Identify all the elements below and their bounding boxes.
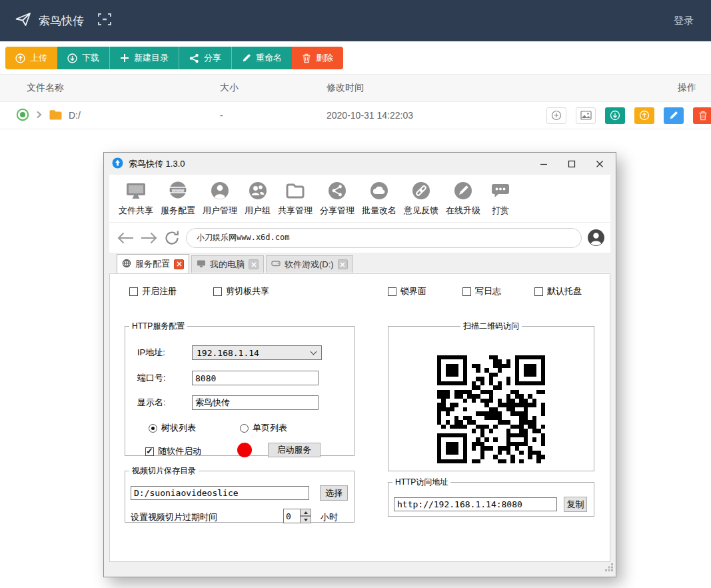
back-icon[interactable]	[116, 229, 135, 247]
chevron-down-icon	[311, 349, 317, 355]
tab-service-config[interactable]: 服务配置	[117, 254, 189, 273]
maximize-button[interactable]	[568, 160, 576, 168]
radio-single-list[interactable]: 单页列表	[240, 422, 287, 434]
folder-icon	[49, 109, 63, 123]
menu-donate[interactable]: 打赏	[488, 179, 513, 217]
ip-select[interactable]: 192.168.1.14	[192, 345, 322, 360]
log-checkbox[interactable]	[462, 287, 471, 296]
spinner-up-icon[interactable]	[301, 509, 311, 516]
menu-file-share[interactable]: 文件共享	[119, 179, 153, 217]
option-write-log[interactable]: 写日志	[462, 285, 501, 297]
preview-image-button[interactable]	[576, 107, 596, 124]
port-input[interactable]	[192, 371, 319, 385]
file-modified: 2020-10-31 14:22:03	[327, 110, 546, 121]
col-actions: 操作	[546, 82, 711, 94]
upload-action-button[interactable]	[634, 107, 654, 124]
tab-software-games-d[interactable]: 软件游戏(D:)	[266, 255, 353, 273]
expire-unit-label: 小时	[321, 511, 338, 523]
single-list-radio[interactable]	[240, 424, 249, 433]
close-button[interactable]	[596, 160, 604, 168]
col-modified: 修改时间	[327, 82, 546, 94]
option-default-tray[interactable]: 默认托盘	[534, 285, 582, 297]
start-service-button[interactable]: 启动服务	[268, 443, 321, 457]
expire-spinner	[283, 509, 311, 523]
http-config-legend: HTTP服务配置	[129, 321, 187, 332]
http-address-group: HTTP访问地址 复制	[388, 477, 594, 517]
monitor-icon	[123, 179, 149, 203]
menu-user-group[interactable]: 用户组	[245, 179, 271, 217]
share-button[interactable]: 分享	[179, 47, 231, 69]
delete-action-button[interactable]	[693, 107, 711, 124]
http-address-input[interactable]	[394, 497, 557, 511]
option-lock-ui[interactable]: 锁界面	[388, 285, 426, 297]
row-radio[interactable]	[16, 108, 29, 123]
rename-button[interactable]: 重命名	[231, 47, 292, 69]
menu-user-management[interactable]: 用户管理	[203, 179, 237, 217]
register-checkbox[interactable]	[129, 287, 138, 296]
row-actions	[546, 107, 711, 124]
scan-qr-icon[interactable]	[96, 11, 113, 30]
spinner-down-icon[interactable]	[301, 516, 311, 523]
add-action-button[interactable]	[546, 107, 566, 124]
menu-share-management[interactable]: 共享管理	[278, 179, 313, 217]
expire-value-input[interactable]	[283, 509, 301, 523]
refresh-icon[interactable]	[163, 229, 181, 247]
link-circle-icon	[408, 179, 434, 203]
clipboard-checkbox[interactable]	[213, 287, 222, 296]
tray-checkbox[interactable]	[534, 287, 543, 296]
globe-tab-icon	[122, 259, 131, 270]
rename-action-button[interactable]	[664, 107, 684, 124]
forward-icon[interactable]	[139, 229, 158, 247]
window-controls	[540, 160, 608, 168]
upload-button[interactable]: 上传	[5, 47, 57, 69]
autostart-checkbox[interactable]	[145, 447, 154, 456]
tab-close-icon[interactable]	[338, 259, 348, 269]
autostart-option[interactable]: 随软件启动	[145, 445, 201, 457]
expand-chevron-icon[interactable]	[35, 110, 43, 121]
profile-avatar-icon[interactable]	[586, 229, 605, 247]
pencil-circle-icon	[450, 179, 476, 203]
tab-strip: 服务配置 我的电脑	[109, 253, 610, 273]
copy-button[interactable]: 复制	[564, 497, 587, 512]
table-row: D:/ - 2020-10-31 14:22:03	[0, 102, 711, 129]
port-label: 端口号:	[137, 372, 166, 384]
delete-button[interactable]: 删除	[292, 47, 343, 69]
login-link[interactable]: 登录	[674, 15, 694, 27]
choose-dir-button[interactable]: 选择	[320, 485, 348, 501]
qr-group: 扫描二维码访问	[388, 321, 594, 471]
address-bar[interactable]: 小刀娱乐网www.x6d.com	[186, 228, 582, 248]
minimize-button[interactable]	[540, 160, 548, 168]
file-name[interactable]: D:/	[69, 110, 81, 121]
svg-text:www: www	[171, 187, 185, 193]
video-slice-path-input[interactable]	[131, 486, 309, 500]
globe-www-icon: www	[165, 179, 191, 203]
resize-grip[interactable]	[604, 563, 614, 575]
tab-my-computer[interactable]: 我的电脑	[191, 255, 264, 273]
drive-tab-icon	[271, 259, 281, 269]
window-titlebar[interactable]: 索鸟快传 1.3.0	[104, 153, 616, 175]
tree-list-radio[interactable]	[149, 424, 157, 433]
file-toolbar: 上传 下载 新建目录 分享 重命名 删除	[5, 47, 343, 69]
option-clipboard-share[interactable]: 剪切板共享	[213, 285, 269, 297]
download-action-button[interactable]	[605, 107, 625, 124]
radio-tree-list[interactable]: 树状列表	[149, 422, 196, 434]
qr-legend: 扫描二维码访问	[460, 321, 522, 332]
option-register[interactable]: 开启注册	[129, 285, 177, 297]
menu-batch-rename[interactable]: 批量改名	[362, 179, 396, 217]
tab-close-icon[interactable]	[174, 259, 184, 269]
tab-close-icon[interactable]	[249, 259, 259, 269]
menu-share-links[interactable]: 分享管理	[320, 179, 355, 217]
address-text: 小刀娱乐网www.x6d.com	[197, 232, 289, 243]
http-address-legend: HTTP访问地址	[392, 477, 450, 488]
new-folder-button[interactable]: 新建目录	[109, 47, 179, 69]
menu-feedback[interactable]: 意见反馈	[404, 179, 438, 217]
service-status-indicator	[237, 443, 252, 457]
display-name-input[interactable]	[192, 395, 319, 410]
menu-service-config[interactable]: www 服务配置	[161, 179, 195, 217]
lock-checkbox[interactable]	[388, 287, 396, 296]
app-menu-bar: 文件共享 www 服务配置 用户管理	[109, 175, 610, 223]
ip-label: IP地址:	[137, 347, 165, 359]
menu-online-upgrade[interactable]: 在线升级	[446, 179, 480, 217]
download-button[interactable]: 下载	[57, 47, 109, 69]
display-name-label: 显示名:	[137, 397, 166, 409]
